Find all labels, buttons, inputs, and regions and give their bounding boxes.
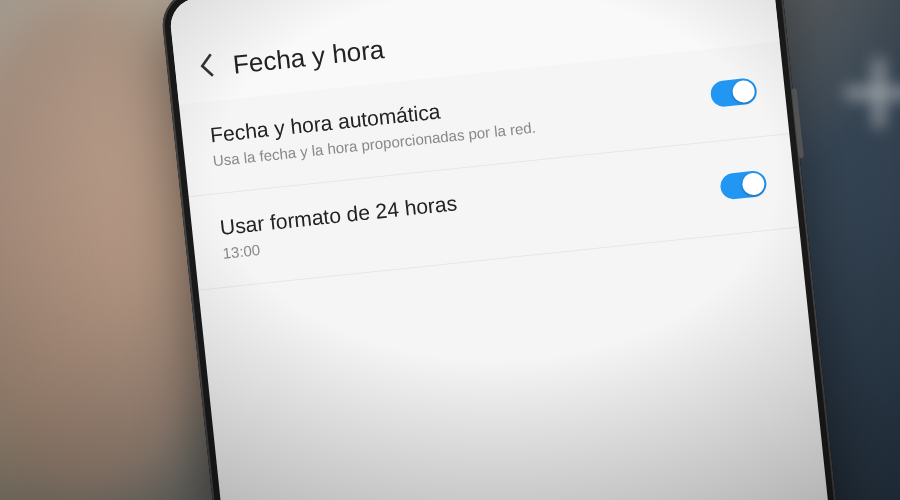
background-plus-symbol: +	[838, 10, 900, 172]
toggle-knob	[741, 172, 765, 196]
toggle-knob	[732, 80, 756, 104]
phone-frame: Fecha y hora Fecha y hora automática Usa…	[159, 0, 840, 500]
back-button[interactable]	[198, 52, 217, 84]
page-title: Fecha y hora	[232, 34, 386, 81]
power-button	[792, 88, 804, 158]
toggle-auto-datetime[interactable]	[710, 77, 758, 108]
toggle-24h-format[interactable]	[719, 170, 767, 201]
phone-screen: Fecha y hora Fecha y hora automática Usa…	[168, 0, 832, 500]
